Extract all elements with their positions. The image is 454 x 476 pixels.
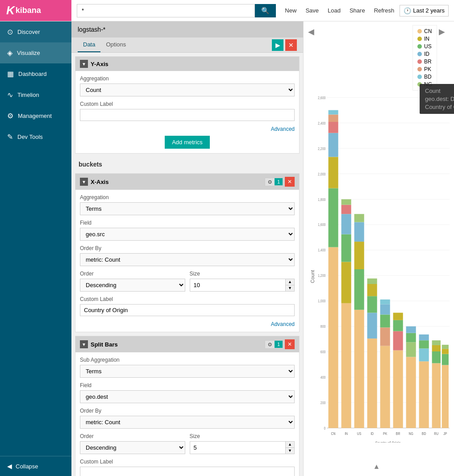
bar-br-cn[interactable] (393, 351, 403, 428)
bar-in-ng[interactable] (342, 199, 351, 205)
xaxis-order-select[interactable]: Descending Ascending (80, 279, 185, 292)
bar-pk-id[interactable] (380, 304, 390, 314)
run-button[interactable]: ▶ (272, 39, 283, 51)
splitbars-field-select[interactable]: geo.dest (80, 390, 295, 403)
bar-id-us[interactable] (367, 296, 377, 313)
bar-id-cn[interactable] (367, 338, 377, 428)
bar-ru-cn[interactable] (432, 363, 441, 428)
xaxis-field-select[interactable]: geo.src (80, 228, 295, 241)
xaxis-size-down[interactable]: ▼ (286, 285, 294, 291)
xaxis-toggle[interactable]: ▼ (80, 178, 88, 186)
bar-bd-id[interactable] (419, 334, 429, 340)
bar-pk-bd[interactable] (380, 300, 390, 305)
yaxis-advanced-link[interactable]: Advanced (271, 126, 295, 132)
search-input[interactable]: * (77, 4, 255, 17)
dashboard-icon: ▦ (7, 70, 14, 78)
bar-in-cn[interactable] (342, 303, 351, 428)
bar-id-ng[interactable] (367, 279, 377, 284)
bar-ru-ng[interactable] (432, 340, 441, 345)
splitbars-orderby-select[interactable]: metric: Count (80, 416, 295, 429)
search-button[interactable]: 🔍 (255, 4, 276, 17)
xaxis-customlabel-input[interactable]: Country of Origin (80, 304, 295, 316)
splitbars-delete-button[interactable]: ✕ (285, 339, 295, 349)
bar-bd-us[interactable] (419, 340, 429, 348)
bar-in-br[interactable] (342, 205, 351, 214)
bar-cn-br[interactable] (329, 122, 338, 133)
bar-ng-us[interactable] (406, 333, 416, 342)
bar-in-id[interactable] (342, 214, 351, 234)
sidebar-item-visualize[interactable]: ◈ Visualize (0, 42, 71, 63)
xaxis-size-input[interactable]: 10 (190, 279, 286, 291)
bar-pk-pk[interactable] (380, 327, 390, 346)
bar-pk-us[interactable] (380, 314, 390, 327)
bar-br-us[interactable] (393, 320, 403, 331)
chart-next-button[interactable]: ▶ (439, 27, 445, 37)
splitbars-order-select[interactable]: Descending Ascending (80, 441, 185, 454)
scroll-up-icon[interactable]: ▲ (373, 463, 380, 471)
sidebar-item-management[interactable]: ⚙ Management (0, 105, 71, 126)
bar-id-in[interactable] (367, 284, 377, 296)
bar-bd-cn[interactable] (419, 361, 429, 428)
custom-label-input[interactable] (80, 109, 295, 121)
bar-cn-bd[interactable] (329, 110, 338, 115)
xaxis-orderby-select[interactable]: metric: Count (80, 253, 295, 266)
xaxis-agg-select[interactable]: Terms (80, 202, 295, 215)
bar-us-ng[interactable] (354, 214, 364, 222)
xaxis-advanced-link[interactable]: Advanced (271, 321, 295, 327)
bar-pk-cn[interactable] (380, 346, 390, 428)
splitbars-customlabel-input[interactable] (80, 467, 295, 476)
bar-cn-in[interactable] (329, 157, 338, 188)
xaxis-delete-button[interactable]: ✕ (285, 177, 295, 187)
bar-jp-us[interactable] (442, 354, 449, 365)
bar-us-in[interactable] (354, 242, 364, 269)
bar-cn-id[interactable] (329, 133, 338, 157)
bar-cn-cn[interactable] (329, 247, 338, 428)
splitbars-toggle-icon[interactable]: ⊙ (265, 341, 275, 348)
legend-label-pk: PK (424, 66, 431, 72)
sidebar-item-timelion[interactable]: ∿ Timelion (0, 84, 71, 105)
bar-bd-bd[interactable] (419, 348, 429, 361)
bar-ru-in[interactable] (432, 345, 441, 351)
sidebar-item-dashboard[interactable]: ▦ Dashboard (0, 63, 71, 84)
bar-jp-in[interactable] (442, 349, 449, 354)
bar-in-in[interactable] (342, 262, 351, 303)
save-button[interactable]: Save (302, 5, 322, 16)
bar-ng-ng[interactable] (406, 342, 416, 357)
chart-prev-button[interactable]: ◀ (308, 27, 314, 37)
time-picker[interactable]: 🕐 Last 2 years (400, 5, 449, 17)
new-button[interactable]: New (281, 5, 300, 16)
bar-ng-id[interactable] (406, 326, 416, 333)
bar-in-us[interactable] (342, 234, 351, 262)
xaxis-toggle-icon[interactable]: ⊙ (265, 178, 275, 186)
refresh-button[interactable]: Refresh (371, 5, 398, 16)
tab-data[interactable]: Data (78, 38, 100, 52)
collapse-button[interactable]: ◀ Collapse (0, 456, 71, 476)
bar-ru-us[interactable] (432, 351, 441, 363)
tab-options[interactable]: Options (100, 38, 131, 52)
xaxis-size-up[interactable]: ▲ (286, 279, 294, 285)
sidebar-item-devtools[interactable]: ✎ Dev Tools (0, 126, 71, 147)
splitbars-size-up[interactable]: ▲ (286, 442, 294, 448)
agg-select[interactable]: Count (80, 84, 295, 96)
bar-ng-cn[interactable] (406, 357, 416, 428)
share-button[interactable]: Share (346, 5, 369, 16)
add-metrics-button[interactable]: Add metrics (165, 136, 210, 149)
sidebar-item-discover[interactable]: ⊙ Discover (0, 21, 71, 42)
bar-us-cn[interactable] (354, 310, 364, 428)
bar-id-id[interactable] (367, 313, 377, 338)
bar-cn-us[interactable] (329, 188, 338, 247)
bar-br-in[interactable] (393, 313, 403, 320)
yaxis-toggle[interactable]: ▼ (80, 60, 88, 68)
bar-us-us[interactable] (354, 269, 364, 310)
bar-jp-ng[interactable] (442, 345, 449, 349)
bar-us-id[interactable] (354, 222, 364, 242)
bar-br-br[interactable] (393, 331, 403, 351)
subagg-select[interactable]: Terms (80, 365, 295, 378)
close-button[interactable]: ✕ (285, 39, 297, 51)
bar-jp-cn[interactable] (442, 365, 449, 428)
load-button[interactable]: Load (324, 5, 344, 16)
splitbars-size-down[interactable]: ▼ (286, 448, 294, 454)
splitbars-toggle[interactable]: ▼ (80, 340, 88, 348)
splitbars-size-input[interactable]: 5 (190, 442, 286, 454)
bar-cn-pk[interactable] (329, 115, 338, 122)
